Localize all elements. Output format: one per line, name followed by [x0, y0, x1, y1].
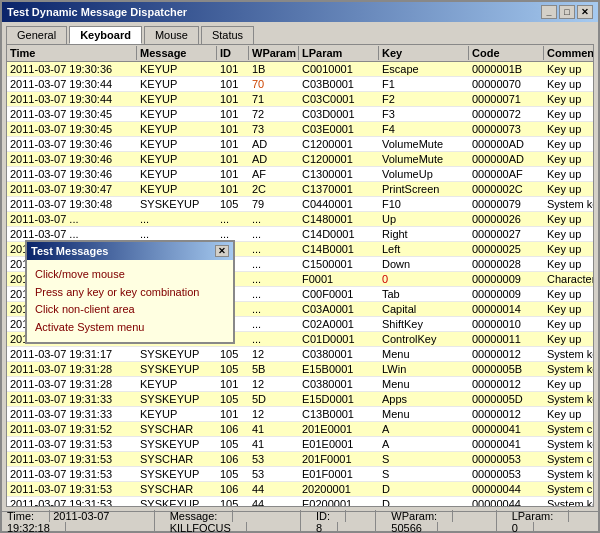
- status-wparam-value: 50566: [391, 522, 438, 534]
- table-row[interactable]: 2011-03-07 19:30:36KEYUP1011BC0010001Esc…: [7, 62, 593, 77]
- status-message: Message: KILLFOCUS: [170, 510, 301, 534]
- title-bar-buttons: _ □ ✕: [541, 5, 593, 19]
- table-row[interactable]: 2011-03-07 19:30:45KEYUP10173C03E0001F40…: [7, 122, 593, 137]
- status-bar: Time: 2011-03-07 19:32:18 Message: KILLF…: [2, 511, 598, 531]
- tab-mouse[interactable]: Mouse: [144, 26, 199, 44]
- col-key: Key: [379, 46, 469, 60]
- status-message-value: KILLFOCUS: [170, 522, 247, 534]
- popup-title-bar: Test Messages ✕: [27, 242, 233, 260]
- tab-general[interactable]: General: [6, 26, 67, 44]
- window-title: Test Dynamic Message Dispatcher: [7, 6, 187, 18]
- table-row[interactable]: 2011-03-07 19:30:48SYSKEYUP10579C0440001…: [7, 197, 593, 212]
- table-row[interactable]: 2011-03-07 19:31:28KEYUP10112C0380001Men…: [7, 377, 593, 392]
- table-row[interactable]: 2011-03-07 19:30:46KEYUP101AFC1300001Vol…: [7, 167, 593, 182]
- status-lparam-label: LParam:: [512, 510, 570, 522]
- table-row[interactable]: 2011-03-07 19:30:44KEYUP10171C03C0001F20…: [7, 92, 593, 107]
- col-wparam: WParam: [249, 46, 299, 60]
- popup-item-4: Activate System menu: [35, 319, 225, 337]
- table-row[interactable]: 2011-03-07 19:30:45KEYUP10172C03D0001F30…: [7, 107, 593, 122]
- table-row[interactable]: 2011-03-07 19:31:28SYSKEYUP1055BE15B0001…: [7, 362, 593, 377]
- tab-bar: General Keyboard Mouse Status: [2, 22, 598, 44]
- table-row[interactable]: 2011-03-07 19:30:44KEYUP10170C03B0001F10…: [7, 77, 593, 92]
- table-row[interactable]: 2011-03-07 19:31:52SYSCHAR10641201E0001A…: [7, 422, 593, 437]
- popup-title: Test Messages: [31, 245, 108, 257]
- table-row[interactable]: 2011-03-07 19:31:33SYSKEYUP1055DE15D0001…: [7, 392, 593, 407]
- status-id-value: 8: [316, 522, 338, 534]
- col-code: Code: [469, 46, 544, 60]
- status-wparam: WParam: 50566: [391, 510, 496, 534]
- col-id: ID: [217, 46, 249, 60]
- maximize-button[interactable]: □: [559, 5, 575, 19]
- table-row[interactable]: 2011-03-07 19:31:17SYSKEYUP10512C0380001…: [7, 347, 593, 362]
- content-area: Time Message ID WParam LParam Key Code C…: [6, 44, 594, 507]
- main-window: Test Dynamic Message Dispatcher _ □ ✕ Ge…: [0, 0, 600, 533]
- minimize-button[interactable]: _: [541, 5, 557, 19]
- test-messages-popup: Test Messages ✕ Click/move mouse Press a…: [25, 240, 235, 344]
- status-wparam-label: WParam:: [391, 510, 453, 522]
- table-row[interactable]: 2011-03-07 19:30:46KEYUP101ADC1200001Vol…: [7, 137, 593, 152]
- table-row[interactable]: 2011-03-07 19:31:53SYSCHAR10653201F0001S…: [7, 452, 593, 467]
- table-row[interactable]: 2011-03-07 19:31:53SYSCHAR1064420200001D…: [7, 482, 593, 497]
- status-id-label: ID:: [316, 510, 346, 522]
- status-lparam: LParam: 0: [512, 510, 593, 534]
- table-row[interactable]: 2011-03-07 19:31:53SYSKEYUP10541E01E0001…: [7, 437, 593, 452]
- table-row[interactable]: 2011-03-07 19:30:46KEYUP101ADC1200001Vol…: [7, 152, 593, 167]
- popup-content: Click/move mouse Press any key or key co…: [27, 260, 233, 342]
- status-time: Time: 2011-03-07 19:32:18: [7, 510, 155, 534]
- table-row[interactable]: 2011-03-07 19:30:47KEYUP1012CC1370001Pri…: [7, 182, 593, 197]
- table-row[interactable]: 2011-03-07 19:31:33KEYUP10112C13B0001Men…: [7, 407, 593, 422]
- col-time: Time: [7, 46, 137, 60]
- table-row[interactable]: 2011-03-07 ............C1480001Up0000002…: [7, 212, 593, 227]
- status-id: ID: 8: [316, 510, 376, 534]
- col-lparam: LParam: [299, 46, 379, 60]
- close-button[interactable]: ✕: [577, 5, 593, 19]
- title-bar: Test Dynamic Message Dispatcher _ □ ✕: [2, 2, 598, 22]
- col-comment: Comment: [544, 46, 594, 60]
- popup-item-3: Click non-client area: [35, 301, 225, 319]
- status-lparam-value: 0: [512, 522, 534, 534]
- tab-status[interactable]: Status: [201, 26, 254, 44]
- popup-close-button[interactable]: ✕: [215, 245, 229, 257]
- popup-item-1: Click/move mouse: [35, 266, 225, 284]
- table-row[interactable]: 2011-03-07 19:31:53SYSKEYUP10553E01F0001…: [7, 467, 593, 482]
- table-row[interactable]: 2011-03-07 19:31:53SYSKEYUP10544E0200001…: [7, 497, 593, 506]
- col-message: Message: [137, 46, 217, 60]
- status-time-label: Time:: [7, 510, 50, 522]
- status-message-label: Message:: [170, 510, 234, 522]
- table-header: Time Message ID WParam LParam Key Code C…: [7, 45, 593, 62]
- tab-keyboard[interactable]: Keyboard: [69, 26, 142, 44]
- popup-item-2: Press any key or key combination: [35, 284, 225, 302]
